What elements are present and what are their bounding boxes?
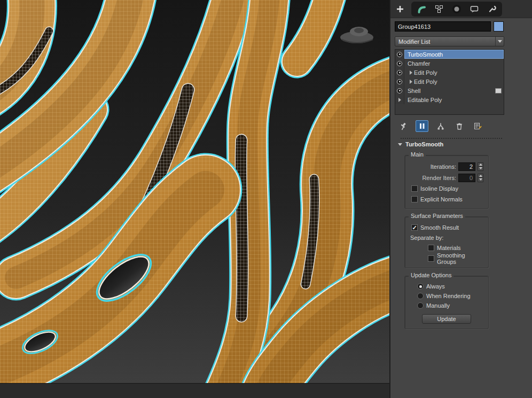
iterations-label: Iterations: <box>431 163 456 170</box>
modifier-label: Chamfer <box>408 60 430 67</box>
wrench-icon <box>488 5 496 13</box>
configure-modifier-sets-button[interactable] <box>472 120 484 132</box>
modifier-label: Edit Poly <box>414 79 437 85</box>
pin-icon <box>399 122 408 130</box>
group-update-options: Update Options Always When Rendering Man… <box>404 276 489 329</box>
viewport-canvas[interactable] <box>0 0 389 383</box>
iterations-spinner[interactable] <box>478 162 483 171</box>
update-button[interactable]: Update <box>422 314 471 324</box>
manually-label: Manually <box>426 302 450 309</box>
plus-icon <box>396 5 404 13</box>
timeline-strip <box>0 383 389 398</box>
expand-arrow-icon[interactable] <box>410 80 412 84</box>
separate-by-label: Separate by: <box>408 233 486 243</box>
modifier-label: TurboSmooth <box>408 51 443 58</box>
checkbox-checked-icon <box>411 224 418 231</box>
show-end-result-icon <box>418 122 426 130</box>
expand-arrow-icon[interactable] <box>410 71 412 75</box>
display-icon <box>470 5 479 13</box>
checkbox-icon <box>428 245 434 251</box>
object-color-swatch[interactable] <box>494 21 504 32</box>
rollout-collapse-icon <box>398 143 402 146</box>
hierarchy-tab[interactable] <box>433 2 445 16</box>
group-main-label: Main <box>409 151 426 158</box>
group-main: Main Iterations: 2 Render Iters: 0 <box>404 155 489 209</box>
visibility-eye-icon[interactable] <box>397 79 402 84</box>
create-tab[interactable] <box>394 2 406 16</box>
rollout-title: TurboSmooth <box>405 141 443 147</box>
explicit-normals-label: Explicit Normals <box>420 196 463 202</box>
visibility-eye-icon[interactable] <box>397 52 402 57</box>
stack-row-turbosmooth[interactable]: TurboSmooth <box>395 50 504 59</box>
stack-row-chamfer[interactable]: Chamfer <box>395 59 504 68</box>
checkbox-icon <box>411 185 418 192</box>
modifier-list-label: Modifier List <box>398 38 495 45</box>
modifier-label: Editable Poly <box>408 97 442 103</box>
visibility-eye-icon[interactable] <box>397 88 402 93</box>
always-label: Always <box>426 283 445 290</box>
command-panel: Modifier List TurboSmooth Chamfer Edit P… <box>389 0 532 398</box>
smooth-result-label: Smooth Result <box>420 224 459 231</box>
show-end-result-button[interactable] <box>416 120 428 132</box>
chevron-down-icon <box>495 37 504 46</box>
group-update-options-label: Update Options <box>409 272 453 278</box>
radio-icon <box>417 302 424 309</box>
smoothing-groups-label: Smoothing Groups <box>437 252 486 265</box>
modify-tab[interactable] <box>415 2 428 16</box>
configure-sets-icon <box>474 122 482 130</box>
turbosmooth-rollout-header[interactable]: TurboSmooth <box>395 141 508 147</box>
smooth-result-checkbox[interactable]: Smooth Result <box>408 222 486 233</box>
render-iters-label: Render Iters: <box>422 175 456 181</box>
stack-row-editable-poly[interactable]: Editable Poly <box>395 95 504 104</box>
render-iters-spinner[interactable] <box>478 174 483 182</box>
explicit-normals-checkbox[interactable]: Explicit Normals <box>408 194 486 205</box>
hierarchy-icon <box>435 5 443 13</box>
visibility-eye-icon[interactable] <box>397 61 402 66</box>
modifier-list-dropdown[interactable]: Modifier List <box>395 36 504 46</box>
iterations-field[interactable]: 2 <box>458 162 475 171</box>
checkbox-icon <box>411 196 418 202</box>
panel-tab-strip <box>411 2 502 17</box>
motion-tab[interactable] <box>450 2 463 16</box>
update-always-radio[interactable]: Always <box>408 282 486 291</box>
object-name-input[interactable] <box>395 21 491 32</box>
group-surface-parameters-label: Surface Parameters <box>409 213 465 219</box>
modify-pipe-icon <box>417 5 426 13</box>
render-iters-row: Render Iters: 0 <box>408 172 486 183</box>
checkbox-icon <box>428 255 434 262</box>
stack-toolbar <box>395 120 508 132</box>
modifier-box-icon <box>495 88 502 93</box>
motion-icon <box>452 4 461 14</box>
stack-row-edit-poly-2[interactable]: Edit Poly <box>395 77 504 86</box>
modifier-label: Shell <box>408 88 420 94</box>
update-when-rendering-radio[interactable]: When Rendering <box>408 291 486 301</box>
pin-stack-button[interactable] <box>397 120 410 132</box>
utilities-tab[interactable] <box>486 2 498 16</box>
isoline-display-checkbox[interactable]: Isoline Display <box>408 183 486 194</box>
iterations-row: Iterations: 2 <box>408 161 486 172</box>
expand-arrow-icon[interactable] <box>398 98 401 102</box>
make-unique-icon <box>436 122 445 130</box>
smoothing-groups-checkbox[interactable]: Smoothing Groups <box>408 253 486 264</box>
radio-icon <box>417 293 424 299</box>
render-iters-field[interactable]: 0 <box>458 174 475 182</box>
display-tab[interactable] <box>468 2 481 16</box>
trash-icon <box>455 122 464 130</box>
isoline-display-label: Isoline Display <box>420 185 458 192</box>
group-surface-parameters: Surface Parameters Smooth Result Separat… <box>404 216 489 268</box>
when-rendering-label: When Rendering <box>426 293 471 299</box>
rollout-separator <box>401 138 502 139</box>
stack-row-edit-poly-1[interactable]: Edit Poly <box>395 68 504 77</box>
remove-modifier-button[interactable] <box>453 120 466 132</box>
command-panel-tabs <box>390 0 532 18</box>
make-unique-button[interactable] <box>434 120 447 132</box>
visibility-eye-icon[interactable] <box>397 70 402 75</box>
stack-row-shell[interactable]: Shell <box>395 86 504 95</box>
update-manually-radio[interactable]: Manually <box>408 301 486 310</box>
modifier-label: Edit Poly <box>414 69 437 76</box>
radio-selected-icon <box>417 283 424 290</box>
materials-label: Materials <box>437 245 461 251</box>
materials-checkbox[interactable]: Materials <box>408 243 486 253</box>
viewport[interactable] <box>0 0 389 383</box>
modifier-stack: TurboSmooth Chamfer Edit Poly Edit Poly <box>395 49 504 115</box>
